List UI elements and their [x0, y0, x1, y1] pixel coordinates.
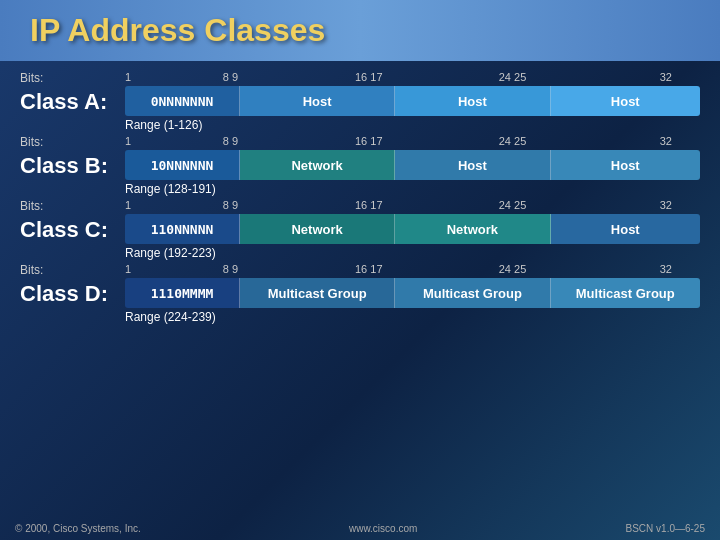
bit-number: 8 9: [223, 71, 238, 83]
bit-number: 24 25: [499, 135, 527, 147]
cell-3-2: Multicast Group: [395, 278, 550, 308]
cell-1-1: Network: [240, 150, 395, 180]
footer-copyright: © 2000, Cisco Systems, Inc.: [15, 523, 141, 534]
footer: © 2000, Cisco Systems, Inc. www.cisco.co…: [0, 523, 720, 534]
cell-0-3: Host: [551, 86, 701, 116]
bit-number: 8 9: [223, 135, 238, 147]
footer-website: www.cisco.com: [349, 523, 417, 534]
bit-number: 1: [125, 263, 131, 275]
bit-number: 8 9: [223, 199, 238, 211]
cell-2-0: 110NNNNN: [125, 214, 240, 244]
bits-label-1: Bits:: [20, 135, 125, 149]
address-row-2: 110NNNNNNetworkNetworkHost: [125, 214, 700, 244]
bit-number: 24 25: [499, 71, 527, 83]
bits-label-3: Bits:: [20, 263, 125, 277]
bit-number: 1: [125, 135, 131, 147]
bit-number: 16 17: [355, 71, 383, 83]
class-label-0: Class A:: [20, 87, 125, 115]
bit-number: 8 9: [223, 263, 238, 275]
class-label-1: Class B:: [20, 151, 125, 179]
cell-2-2: Network: [395, 214, 550, 244]
bit-number: 32: [660, 71, 672, 83]
bits-label-0: Bits:: [20, 71, 125, 85]
cell-0-0: 0NNNNNNN: [125, 86, 240, 116]
bits-label-2: Bits:: [20, 199, 125, 213]
cell-3-0: 1110MMMM: [125, 278, 240, 308]
bit-number: 16 17: [355, 199, 383, 211]
range-text-3: Range (224-239): [125, 310, 700, 324]
footer-course-id: BSCN v1.0—6-25: [626, 523, 705, 534]
class-section-0: Bits:18 916 1724 2532Class A:0NNNNNNNHos…: [20, 71, 700, 132]
content-area: Bits:18 916 1724 2532Class A:0NNNNNNNHos…: [0, 71, 720, 324]
cell-3-1: Multicast Group: [240, 278, 395, 308]
class-label-2: Class C:: [20, 215, 125, 243]
address-row-1: 10NNNNNNNetworkHostHost: [125, 150, 700, 180]
class-label-3: Class D:: [20, 279, 125, 307]
cell-1-0: 10NNNNNN: [125, 150, 240, 180]
range-text-0: Range (1-126): [125, 118, 700, 132]
bit-number: 16 17: [355, 263, 383, 275]
cell-3-3: Multicast Group: [551, 278, 701, 308]
cell-2-1: Network: [240, 214, 395, 244]
title-bar: IP Address Classes: [0, 0, 720, 61]
cell-2-3: Host: [551, 214, 701, 244]
range-text-2: Range (192-223): [125, 246, 700, 260]
class-section-2: Bits:18 916 1724 2532Class C:110NNNNNNet…: [20, 199, 700, 260]
bit-number: 32: [660, 199, 672, 211]
cell-0-2: Host: [395, 86, 550, 116]
range-text-1: Range (128-191): [125, 182, 700, 196]
cell-1-3: Host: [551, 150, 701, 180]
bit-number: 1: [125, 71, 131, 83]
bit-number: 32: [660, 135, 672, 147]
slide: IP Address Classes Bits:18 916 1724 2532…: [0, 0, 720, 540]
class-section-3: Bits:18 916 1724 2532Class D:1110MMMMMul…: [20, 263, 700, 324]
page-title: IP Address Classes: [30, 12, 700, 49]
bit-number: 32: [660, 263, 672, 275]
bit-number: 24 25: [499, 263, 527, 275]
address-row-0: 0NNNNNNNHostHostHost: [125, 86, 700, 116]
address-row-3: 1110MMMMMulticast GroupMulticast GroupMu…: [125, 278, 700, 308]
cell-1-2: Host: [395, 150, 550, 180]
cell-0-1: Host: [240, 86, 395, 116]
bit-number: 24 25: [499, 199, 527, 211]
bit-number: 1: [125, 199, 131, 211]
bit-number: 16 17: [355, 135, 383, 147]
class-section-1: Bits:18 916 1724 2532Class B:10NNNNNNNet…: [20, 135, 700, 196]
